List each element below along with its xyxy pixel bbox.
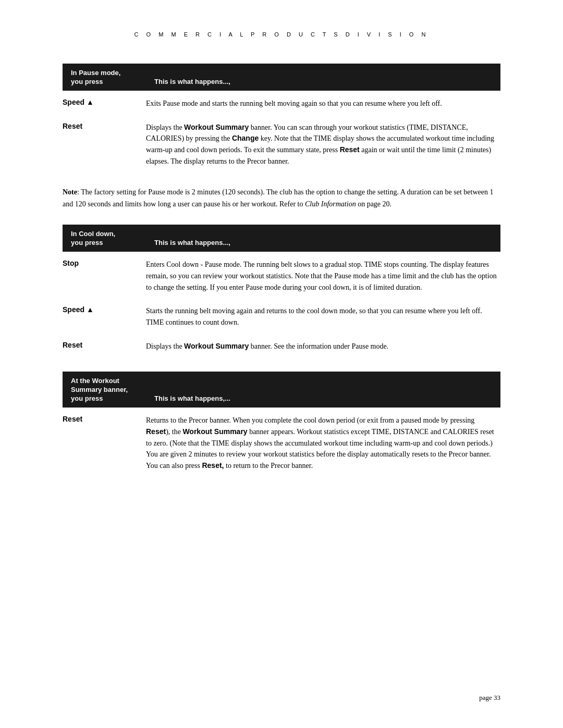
cooldown-table-header: In Cool down, you press This is what hap… bbox=[63, 225, 500, 252]
pause-reset-value: Displays the Workout Summary banner. You… bbox=[146, 122, 500, 167]
cooldown-header-col2: This is what happens..., bbox=[154, 239, 230, 246]
table-row: Speed ▲ Exits Pause mode and starts the … bbox=[63, 91, 500, 115]
header-title: C O M M E R C I A L P R O D U C T S D I … bbox=[134, 31, 429, 38]
pause-table-body: Speed ▲ Exits Pause mode and starts the … bbox=[63, 91, 500, 172]
workout-reset-key: Reset bbox=[63, 415, 146, 423]
workout-summary-body: Reset Returns to the Precor banner. When… bbox=[63, 408, 500, 476]
pause-header-line1: In Pause mode, bbox=[71, 69, 492, 77]
workout-summary-table: At the Workout Summary banner, you press… bbox=[63, 372, 500, 476]
pause-speed-value: Exits Pause mode and starts the running … bbox=[146, 98, 500, 109]
workout-header-line1: At the Workout bbox=[71, 377, 492, 385]
workout-header-col2: This is what happens,... bbox=[154, 394, 230, 402]
page-container: C O M M E R C I A L P R O D U C T S D I … bbox=[0, 0, 563, 728]
workout-reset-value: Returns to the Precor banner. When you c… bbox=[146, 415, 500, 471]
cooldown-table-body: Stop Enters Cool down - Pause mode. The … bbox=[63, 252, 500, 357]
note-paragraph: Note: The factory setting for Pause mode… bbox=[63, 187, 500, 210]
cooldown-header-col1: you press bbox=[71, 239, 154, 246]
pause-mode-table: In Pause mode, you press This is what ha… bbox=[63, 64, 500, 172]
cooldown-header-line1: In Cool down, bbox=[71, 230, 492, 238]
table-row: Reset Displays the Workout Summary banne… bbox=[63, 115, 500, 172]
cooldown-table: In Cool down, you press This is what hap… bbox=[63, 225, 500, 357]
cooldown-reset-value: Displays the Workout Summary banner. See… bbox=[146, 341, 500, 352]
pause-header-col2: This is what happens..., bbox=[154, 78, 230, 85]
workout-header-line3: you press This is what happens,... bbox=[71, 394, 492, 402]
table-row: Reset Displays the Workout Summary banne… bbox=[63, 334, 500, 357]
cooldown-stop-value: Enters Cool down - Pause mode. The runni… bbox=[146, 259, 500, 293]
table-row: Stop Enters Cool down - Pause mode. The … bbox=[63, 252, 500, 298]
page-number: page 33 bbox=[479, 694, 500, 702]
pause-table-header: In Pause mode, you press This is what ha… bbox=[63, 64, 500, 91]
workout-header-col1: you press bbox=[71, 394, 154, 402]
header-bar: C O M M E R C I A L P R O D U C T S D I … bbox=[63, 31, 500, 38]
pause-reset-key: Reset bbox=[63, 122, 146, 130]
cooldown-speed-value: Starts the running belt moving again and… bbox=[146, 305, 500, 328]
pause-speed-key: Speed ▲ bbox=[63, 98, 146, 106]
table-row: Speed ▲ Starts the running belt moving a… bbox=[63, 298, 500, 333]
pause-header-line2: you press This is what happens..., bbox=[71, 78, 492, 85]
workout-summary-header: At the Workout Summary banner, you press… bbox=[63, 372, 500, 408]
cooldown-reset-key: Reset bbox=[63, 341, 146, 349]
cooldown-header-line2: you press This is what happens..., bbox=[71, 239, 492, 246]
cooldown-speed-key: Speed ▲ bbox=[63, 305, 146, 314]
table-row: Reset Returns to the Precor banner. When… bbox=[63, 408, 500, 476]
cooldown-stop-key: Stop bbox=[63, 259, 146, 267]
pause-header-col1: you press bbox=[71, 78, 154, 85]
workout-header-line2: Summary banner, bbox=[71, 386, 492, 393]
